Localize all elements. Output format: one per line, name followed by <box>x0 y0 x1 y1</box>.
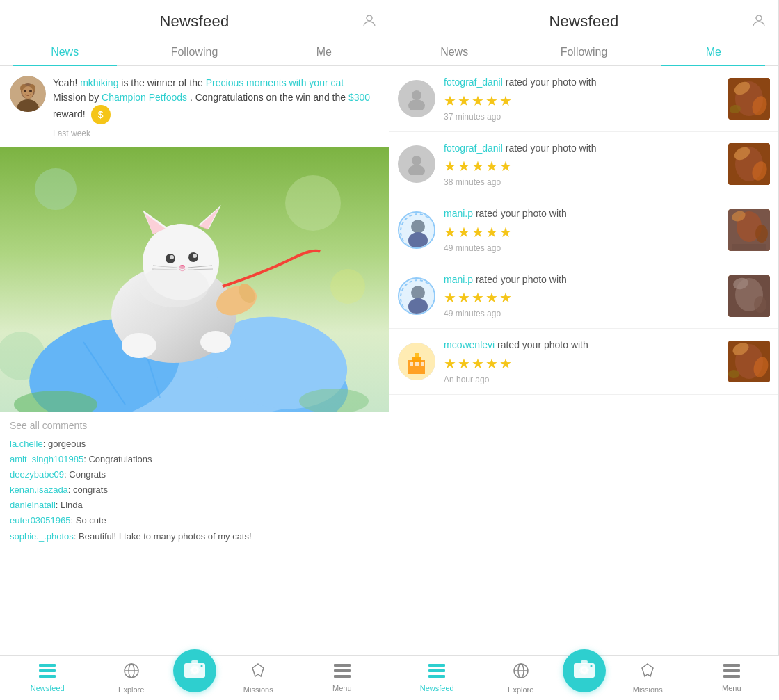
nav-newsfeed-label-right: Newsfeed <box>420 684 454 692</box>
nav-missions-label-right: Missions <box>633 685 663 694</box>
rating-thumbnail-0[interactable] <box>728 78 770 120</box>
svg-point-98 <box>728 370 739 378</box>
svg-rect-44 <box>39 675 56 678</box>
right-header: Newsfeed <box>390 0 778 38</box>
camera-icon-right <box>574 660 595 683</box>
see-all-comments[interactable]: See all comments <box>10 420 379 431</box>
comment-0: la.chelle: gorgeous <box>10 437 379 452</box>
svg-point-11 <box>285 175 341 231</box>
svg-point-12 <box>330 269 365 304</box>
nav-missions-right[interactable]: Missions <box>606 662 690 694</box>
svg-point-77 <box>755 225 768 243</box>
rating-avatar-2[interactable] <box>398 211 435 249</box>
svg-point-81 <box>408 298 428 315</box>
cat-photo <box>0 147 389 412</box>
svg-rect-101 <box>428 675 445 678</box>
rating-body-1: fotograf_danil rated your photo with ★★★… <box>444 142 720 188</box>
comment-6: sophie._.photos: Beautiful! I take to ma… <box>10 529 379 544</box>
svg-rect-92 <box>415 362 419 366</box>
svg-point-57 <box>412 90 421 100</box>
svg-rect-42 <box>39 664 56 667</box>
news-item: Yeah! mkhiking is the winner of the Prec… <box>0 66 389 147</box>
explore-icon-left <box>123 662 140 683</box>
rating-thumbnail-1[interactable] <box>728 143 770 185</box>
svg-point-8 <box>29 90 32 92</box>
rating-thumbnail-3[interactable] <box>728 275 770 317</box>
rating-time-3: 49 minutes ago <box>444 309 720 318</box>
nav-newsfeed-left[interactable]: Newsfeed <box>6 664 90 692</box>
newsfeed-icon-right <box>428 664 445 682</box>
rating-item-1: fotograf_danil rated your photo with ★★★… <box>390 132 778 198</box>
stars-3: ★★★★★ <box>444 289 720 306</box>
tab-news-left[interactable]: News <box>0 38 129 65</box>
svg-point-65 <box>408 165 425 175</box>
comment-4: danielnatali: Linda <box>10 498 379 513</box>
nav-menu-right[interactable]: Menu <box>690 664 774 692</box>
svg-point-72 <box>408 232 428 249</box>
tab-following-left[interactable]: Following <box>129 38 259 65</box>
nav-explore-right[interactable]: Explore <box>479 662 563 694</box>
tab-me-right[interactable]: Me <box>649 38 778 65</box>
rating-item-3: mani.p rated your photo with ★★★★★ 49 mi… <box>390 263 778 329</box>
svg-point-80 <box>411 286 425 300</box>
svg-rect-91 <box>410 362 413 366</box>
rating-avatar-3[interactable] <box>398 277 435 315</box>
svg-point-29 <box>193 254 197 258</box>
rating-item-2: mani.p rated your photo with ★★★★★ 49 mi… <box>390 197 778 263</box>
svg-point-52 <box>201 665 203 667</box>
rating-text-1: fotograf_danil rated your photo with <box>444 142 720 156</box>
svg-point-64 <box>412 156 421 165</box>
svg-rect-78 <box>732 244 766 250</box>
rating-thumbnail-2[interactable] <box>728 209 770 251</box>
missions-icon-left <box>250 662 266 683</box>
svg-rect-100 <box>428 669 445 672</box>
svg-rect-53 <box>334 664 351 667</box>
menu-icon-right <box>723 664 740 682</box>
rating-body-3: mani.p rated your photo with ★★★★★ 49 mi… <box>444 273 720 319</box>
rating-avatar-4[interactable] <box>398 343 435 380</box>
svg-point-58 <box>408 99 425 110</box>
comment-3: kenan.isazada: congrats <box>10 482 379 498</box>
rating-text-3: mani.p rated your photo with <box>444 273 720 287</box>
svg-point-56 <box>756 15 762 21</box>
svg-rect-55 <box>334 675 351 678</box>
svg-point-109 <box>591 665 593 667</box>
rating-avatar-1[interactable] <box>398 145 435 183</box>
camera-button-left[interactable] <box>173 649 216 692</box>
camera-button-right[interactable] <box>563 649 606 692</box>
news-body: Yeah! mkhiking is the winner of the Prec… <box>53 76 379 140</box>
nav-explore-left[interactable]: Explore <box>90 662 174 694</box>
rating-thumbnail-4[interactable] <box>728 341 770 382</box>
svg-rect-112 <box>723 675 740 678</box>
right-profile-icon[interactable] <box>750 13 767 33</box>
nav-menu-label-left: Menu <box>332 684 352 692</box>
camera-icon-left <box>184 660 205 683</box>
coin-badge: $ <box>91 105 111 124</box>
rating-body-2: mani.p rated your photo with ★★★★★ 49 mi… <box>444 207 720 253</box>
svg-point-71 <box>411 220 425 234</box>
missions-icon-right <box>639 662 656 683</box>
svg-rect-111 <box>723 669 740 672</box>
right-panel: Newsfeed News Following Me <box>390 0 779 700</box>
news-avatar[interactable] <box>10 76 46 112</box>
rating-item-0: fotograf_danil rated your photo with ★★★… <box>390 66 778 132</box>
left-profile-icon[interactable] <box>361 13 378 33</box>
tab-following-right[interactable]: Following <box>519 38 648 65</box>
tab-me-left[interactable]: Me <box>259 38 389 65</box>
rating-text-2: mani.p rated your photo with <box>444 207 720 221</box>
nav-missions-left[interactable]: Missions <box>216 662 300 694</box>
svg-rect-108 <box>581 660 588 664</box>
svg-rect-110 <box>723 664 740 667</box>
stars-1: ★★★★★ <box>444 158 720 174</box>
rating-avatar-0[interactable] <box>398 80 435 117</box>
nav-missions-label-left: Missions <box>243 685 273 694</box>
svg-point-28 <box>170 255 174 259</box>
left-panel: Newsfeed News Following Me <box>0 0 390 700</box>
nav-menu-left[interactable]: Menu <box>300 664 385 692</box>
nav-newsfeed-label-left: Newsfeed <box>31 684 65 692</box>
tab-news-right[interactable]: News <box>390 38 519 65</box>
stars-2: ★★★★★ <box>444 224 720 241</box>
svg-point-86 <box>754 296 766 313</box>
right-newsfeed-title: Newsfeed <box>549 13 618 31</box>
nav-newsfeed-right[interactable]: Newsfeed <box>395 664 479 692</box>
